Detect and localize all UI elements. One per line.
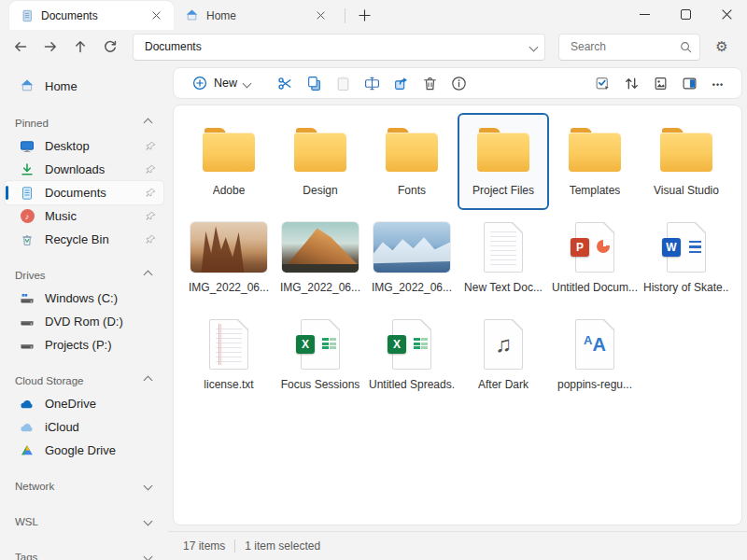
file-item[interactable]: Templates bbox=[549, 113, 641, 210]
file-item[interactable]: History of Skate... bbox=[641, 210, 732, 307]
folder-icon bbox=[294, 120, 346, 180]
close-button[interactable] bbox=[706, 0, 747, 28]
address-bar[interactable] bbox=[133, 34, 545, 61]
sidebar-item-home[interactable]: Home bbox=[5, 73, 163, 99]
paste-icon[interactable] bbox=[331, 71, 355, 95]
files-panel: Adobe Design Fonts Project Files bbox=[173, 105, 742, 525]
sidebar-item-label: Music bbox=[45, 209, 135, 223]
status-bar: 17 items 1 item selected bbox=[168, 531, 747, 560]
up-icon[interactable] bbox=[67, 34, 93, 60]
address-input[interactable] bbox=[143, 39, 530, 54]
search-box[interactable] bbox=[558, 34, 700, 61]
new-button[interactable]: New bbox=[185, 72, 258, 94]
sidebar-item-label: Projects (P:) bbox=[45, 338, 156, 352]
chevron-down-icon[interactable] bbox=[529, 42, 539, 51]
sidebar-item-label: Home bbox=[45, 79, 156, 93]
file-name: Templates bbox=[570, 184, 621, 197]
image-thumbnail bbox=[190, 217, 267, 277]
settings-gear-icon[interactable] bbox=[708, 34, 736, 60]
file-item[interactable]: IMG_2022_06... bbox=[275, 210, 366, 307]
sidebar-item-windows-c[interactable]: Windows (C:) bbox=[5, 287, 163, 310]
drive-icon bbox=[20, 315, 35, 329]
recycle-bin-icon bbox=[20, 232, 35, 247]
file-item[interactable]: New Text Doc... bbox=[458, 210, 549, 307]
toolbar: New bbox=[173, 67, 742, 99]
icloud-cloud-icon bbox=[20, 420, 35, 435]
minimize-button[interactable] bbox=[624, 0, 665, 28]
section-header-drives[interactable]: Drives bbox=[0, 263, 168, 287]
sidebar-item-desktop[interactable]: Desktop bbox=[5, 134, 163, 158]
section-label: Pinned bbox=[15, 118, 145, 129]
sidebar-item-dvd-d[interactable]: DVD Rom (D:) bbox=[5, 310, 163, 333]
tab-close-icon[interactable] bbox=[312, 7, 329, 24]
properties-info-icon[interactable] bbox=[446, 71, 471, 95]
file-item[interactable]: license.txt bbox=[183, 307, 275, 404]
file-item[interactable]: IMG_2022_06... bbox=[183, 210, 275, 307]
tab-documents[interactable]: Documents bbox=[9, 1, 174, 30]
tab-home[interactable]: Home bbox=[174, 1, 338, 30]
tab-close-icon[interactable] bbox=[148, 7, 164, 24]
section-header-cloud-storage[interactable]: Cloud Storage bbox=[0, 369, 168, 392]
pin-icon[interactable] bbox=[146, 211, 156, 221]
view-options-icon[interactable] bbox=[648, 71, 672, 95]
sidebar-item-icloud[interactable]: iCloud bbox=[5, 415, 163, 439]
image-thumbnail bbox=[374, 217, 450, 277]
file-item[interactable]: Visual Studio bbox=[641, 113, 732, 210]
sidebar-item-documents[interactable]: Documents bbox=[5, 181, 163, 204]
sort-icon[interactable] bbox=[619, 71, 643, 95]
section-header-tags[interactable]: Tags bbox=[0, 545, 168, 560]
new-tab-button[interactable] bbox=[352, 3, 376, 27]
sidebar-item-downloads[interactable]: Downloads bbox=[5, 158, 163, 181]
file-item[interactable]: Untitled Docum... bbox=[549, 210, 641, 307]
section-header-wsl[interactable]: WSL bbox=[0, 510, 168, 533]
windows-drive-icon bbox=[20, 291, 35, 306]
more-options-icon[interactable] bbox=[706, 71, 730, 95]
sidebar-item-music[interactable]: Music bbox=[5, 204, 163, 228]
file-name: IMG_2022_06... bbox=[189, 281, 269, 294]
forward-icon[interactable] bbox=[37, 34, 63, 60]
back-icon[interactable] bbox=[7, 34, 34, 60]
maximize-button[interactable] bbox=[665, 0, 706, 28]
sidebar-item-google-drive[interactable]: Google Drive bbox=[5, 439, 163, 462]
delete-icon[interactable] bbox=[417, 71, 442, 95]
file-item-selected[interactable]: Project Files bbox=[458, 113, 549, 210]
section-label: Tags bbox=[15, 552, 145, 560]
sidebar-item-projects-p[interactable]: Projects (P:) bbox=[5, 333, 163, 357]
file-item[interactable]: Adobe bbox=[183, 113, 275, 210]
file-item[interactable]: Fonts bbox=[366, 113, 458, 210]
sidebar-item-recycle-bin[interactable]: Recycle Bin bbox=[5, 228, 163, 251]
selection-count: 1 item selected bbox=[245, 539, 320, 553]
onedrive-cloud-icon bbox=[20, 397, 35, 412]
file-item[interactable]: Untitled Spreads... bbox=[366, 307, 458, 404]
sidebar-item-onedrive[interactable]: OneDrive bbox=[5, 392, 163, 415]
multi-select-icon[interactable] bbox=[590, 71, 614, 95]
file-name: Untitled Spreads... bbox=[369, 378, 455, 391]
refresh-icon[interactable] bbox=[97, 34, 123, 60]
navigation-bar bbox=[0, 30, 747, 63]
section-header-pinned[interactable]: Pinned bbox=[0, 111, 168, 134]
details-pane-icon[interactable] bbox=[677, 71, 701, 95]
pin-icon[interactable] bbox=[146, 141, 156, 151]
search-input[interactable] bbox=[569, 39, 680, 54]
file-item[interactable]: poppins-regu... bbox=[549, 307, 641, 404]
section-header-network[interactable]: Network bbox=[0, 474, 168, 497]
cut-icon[interactable] bbox=[273, 71, 297, 95]
pin-icon[interactable] bbox=[146, 234, 156, 245]
file-name: Untitled Docum... bbox=[552, 281, 638, 294]
file-item[interactable]: Design bbox=[275, 113, 366, 210]
file-item[interactable]: Focus Sessions bbox=[275, 307, 366, 404]
content-area: New bbox=[168, 63, 747, 560]
rename-icon[interactable] bbox=[359, 71, 384, 95]
file-name: poppins-regu... bbox=[557, 378, 632, 391]
share-icon[interactable] bbox=[388, 71, 413, 95]
section-label: Cloud Storage bbox=[15, 375, 145, 386]
pin-icon[interactable] bbox=[146, 188, 156, 198]
pin-icon[interactable] bbox=[146, 164, 156, 175]
file-item[interactable]: After Dark bbox=[458, 307, 549, 404]
folder-icon bbox=[477, 120, 529, 180]
folder-icon bbox=[203, 120, 255, 180]
copy-icon[interactable] bbox=[302, 71, 326, 95]
excel-icon bbox=[392, 315, 431, 374]
file-item[interactable]: IMG_2022_06... bbox=[366, 210, 458, 307]
desktop-icon bbox=[20, 139, 35, 154]
